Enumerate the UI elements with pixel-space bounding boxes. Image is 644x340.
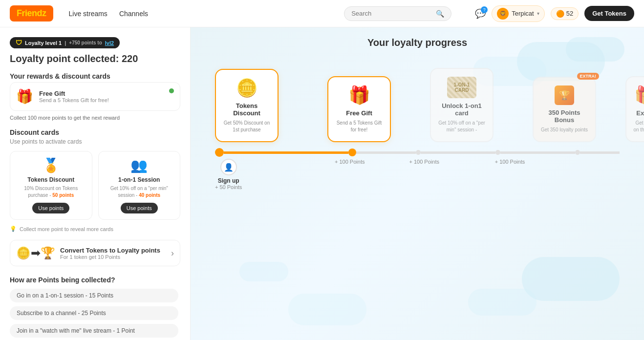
tokens-discount-card: 🪙 Tokens Discount Get 50% Discount on 1s… <box>215 69 279 142</box>
discount-session-desc: Get 10% off on a "per min" session - 40 … <box>105 185 174 199</box>
use-points-session-button[interactable]: Use points <box>121 203 158 213</box>
shield-icon: 🛡 <box>16 39 22 46</box>
progress-fill-segment <box>224 151 348 154</box>
how-points-title: How are Points being collected? <box>10 276 180 284</box>
token-count: 52 <box>566 10 573 17</box>
connector-2 <box>391 123 430 142</box>
nav-channels[interactable]: Channels <box>119 10 148 18</box>
nav-links: Live streams Channels <box>69 10 149 18</box>
tokens-discount-card-name: Tokens Discount <box>222 102 272 117</box>
progress-empty-4 <box>580 151 620 154</box>
discount-tokens-desc: 10% Discount on Tokens purchase - 50 poi… <box>16 185 86 199</box>
loyalty-level-text: Loyalty level 1 <box>25 40 62 46</box>
search-input[interactable] <box>351 10 432 17</box>
signup-label: Sign up <box>218 177 239 184</box>
extra-card-desc: Get 10% on the m... <box>632 120 644 133</box>
loyalty-points-title: Loyalty point collected: 220 <box>10 53 180 64</box>
search-bar: 🔍 <box>344 6 451 21</box>
milestone-350-bonus: EXTRA! 🏆 350 Points Bonus Get 350 loyalt… <box>533 77 596 142</box>
reward-note: Collect 100 more points to get the next … <box>10 115 180 121</box>
free-gift-card-icon: 🎁 <box>334 85 384 106</box>
convert-title: Convert Tokens to Loyalty points <box>60 247 166 254</box>
mid-dot-2 <box>495 150 500 155</box>
rewards-section-title: Your rewards & discount cards <box>10 72 180 80</box>
progress-empty-3 <box>500 151 575 154</box>
convert-card[interactable]: 🪙➡🏆 Convert Tokens to Loyalty points For… <box>10 240 180 266</box>
tokens-discount-card-icon: 🪙 <box>222 78 272 98</box>
signup-label-group: 👤 Sign up + 50 Points <box>215 159 242 190</box>
milestone-free-gift: 🎁 Free Gift Send a 5 Tokens Gift for fre… <box>327 76 391 142</box>
get-tokens-button[interactable]: Get Tokens <box>584 6 634 21</box>
discount-card-session: 👥 1-on-1 Session Get 10% off on a "per m… <box>98 151 181 220</box>
discount-title: Discount cards <box>10 128 180 136</box>
progress-empty-1 <box>356 151 416 154</box>
reward-name: Free Gift <box>39 90 174 97</box>
point-item-session: Go in on a 1-on-1 session - 15 Points <box>10 289 178 302</box>
lightbulb-icon: 💡 <box>10 226 17 232</box>
extra-card-name: Extr... <box>632 109 644 117</box>
session-discount-icon: 👥 <box>105 157 174 173</box>
connector-4 <box>596 123 625 142</box>
reward-desc: Send a 5 Tokens Gift for free! <box>39 97 174 103</box>
messages-button[interactable]: 💬 ? <box>475 8 486 19</box>
extra-card-icon: 🎁 <box>632 85 644 106</box>
mid-dot-1 <box>416 150 421 155</box>
discount-subtitle: Use points to activate cards <box>10 138 180 145</box>
progress-track-row <box>205 148 629 157</box>
extra-card: 🎁 Extr... Get 10% on the m... <box>625 76 644 142</box>
mid-dot-3 <box>575 150 580 155</box>
reward-active-dot <box>169 88 174 93</box>
points-label-2: + 100 Points <box>409 159 439 165</box>
below-track-row: 👤 Sign up + 50 Points + 100 Points + 100… <box>205 159 629 190</box>
reward-card: 🎁 Free Gift Send a 5 Tokens Gift for fre… <box>10 82 180 111</box>
milestones-section: 🪙 Tokens Discount Get 50% Discount on 1s… <box>205 68 629 190</box>
progress-empty-2 <box>421 151 495 154</box>
chevron-right-icon: › <box>171 248 174 258</box>
350-bonus-name: 350 Points Bonus <box>539 109 589 124</box>
search-icon: 🔍 <box>436 10 444 18</box>
milestone-tokens-discount: 🪙 Tokens Discount Get 50% Discount on 1s… <box>215 69 279 142</box>
extra-badge: EXTRA! <box>577 73 600 80</box>
points-label-3: + 100 Points <box>495 159 525 165</box>
loyalty-badge: 🛡 Loyalty level 1 | +750 points to lvl2 <box>10 37 120 48</box>
cards-row: 🪙 Tokens Discount Get 50% Discount on 1s… <box>205 68 629 142</box>
nav-live-streams[interactable]: Live streams <box>69 10 107 18</box>
tokens-discount-card-desc: Get 50% Discount on 1st purchase <box>222 120 272 133</box>
chevron-down-icon: ▾ <box>537 11 539 16</box>
unlock-1on1-name: Unlock 1-on1 card <box>437 102 487 117</box>
unlock-1on1-icon: 1-ON-1CARD <box>437 77 487 98</box>
350-points-card: EXTRA! 🏆 350 Points Bonus Get 350 loyalt… <box>533 77 596 142</box>
milestone-extra: 🎁 Extr... Get 10% on the m... <box>625 76 644 142</box>
convert-icon: 🪙➡🏆 <box>16 246 55 260</box>
discount-card-tokens: 🏅 Tokens Discount 10% Discount on Tokens… <box>10 151 92 220</box>
use-points-tokens-button[interactable]: Use points <box>32 203 69 213</box>
tokens-discount-icon: 🏅 <box>16 157 86 173</box>
user-name: Terpicat <box>512 10 534 17</box>
navbar: Friendz Live streams Channels 🔍 💬 ? 🦁 Te… <box>0 0 644 27</box>
signup-icon: 👤 <box>220 159 237 175</box>
user-pill[interactable]: 🦁 Terpicat ▾ <box>492 5 545 22</box>
token-coin-icon: 🟠 <box>556 10 564 18</box>
350-bonus-desc: Get 350 loyalty points <box>539 127 589 133</box>
unlock-1on1-desc: Get 10% off on a "per min" session - <box>437 120 487 133</box>
350-bonus-icon: 🏆 <box>539 85 589 105</box>
connector-3 <box>494 123 533 142</box>
progress-end-dot <box>348 149 356 156</box>
discount-session-name: 1-on-1 Session <box>105 176 174 183</box>
points-label-1: + 100 Points <box>335 159 365 165</box>
sidebar: 🛡 Loyalty level 1 | +750 points to lvl2 … <box>0 27 191 340</box>
app-logo[interactable]: Friendz <box>10 5 53 21</box>
messages-badge: ? <box>481 6 488 13</box>
free-gift-card-name: Free Gift <box>334 109 384 117</box>
convert-desc: For 1 token get 10 Points <box>60 254 166 260</box>
free-gift-card-desc: Send a 5 Tokens Gift for free! <box>334 120 384 133</box>
loyalty-next-level-link[interactable]: lvl2 <box>105 40 114 46</box>
discount-tokens-name: Tokens Discount <box>16 176 86 183</box>
discount-grid: 🏅 Tokens Discount 10% Discount on Tokens… <box>10 151 180 220</box>
point-items-list: Go in on a 1-on-1 session - 15 Points Su… <box>10 289 180 340</box>
user-avatar: 🦁 <box>497 8 509 20</box>
signup-points: + 50 Points <box>215 184 242 190</box>
collect-note: 💡 Collect more point to reveal more card… <box>10 226 180 232</box>
token-pill: 🟠 52 <box>551 7 579 20</box>
point-item-watch-with-me: Join in a "watch with me" live stream - … <box>10 324 178 338</box>
